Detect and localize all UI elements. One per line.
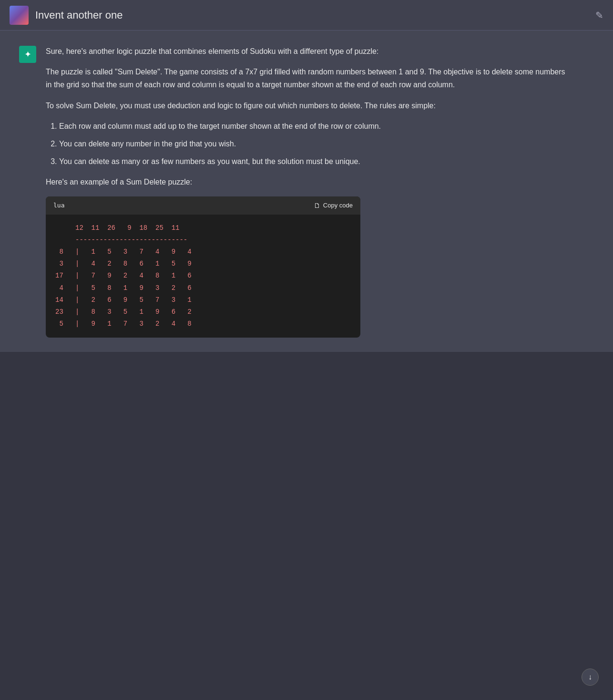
rule-item-2: You can delete any number in the grid th…: [59, 137, 570, 150]
code-lang-label: lua: [53, 200, 64, 211]
code-block-wrapper: lua 🗋 Copy code 12 11 26 9 18 25 11 ----…: [46, 196, 360, 338]
example-intro-paragraph: Here's an example of a Sum Delete puzzle…: [46, 175, 570, 188]
message-block: ✦ Sure, here's another logic puzzle that…: [0, 31, 613, 352]
header-left: Invent another one: [10, 6, 123, 25]
message-body: Sure, here's another logic puzzle that c…: [46, 45, 570, 338]
rule-item-3: You can delete as many or as few numbers…: [59, 155, 570, 168]
openai-icon: ✦: [24, 49, 31, 60]
main-content: ✦ Sure, here's another logic puzzle that…: [0, 31, 613, 352]
grid-table: 12 11 26 9 18 25 11 --------------------…: [55, 222, 351, 330]
header: Invent another one ✎: [0, 0, 613, 31]
intro-paragraph: Sure, here's another logic puzzle that c…: [46, 45, 570, 58]
rule-item-1: Each row and column must add up to the t…: [59, 120, 570, 133]
copy-code-button[interactable]: 🗋 Copy code: [314, 202, 353, 209]
copy-label-text: Copy code: [323, 202, 353, 209]
avatar: [10, 6, 29, 25]
message-text: Sure, here's another logic puzzle that c…: [46, 45, 570, 338]
copy-icon: 🗋: [314, 202, 320, 209]
edit-icon[interactable]: ✎: [595, 10, 603, 21]
code-block-header: lua 🗋 Copy code: [46, 196, 360, 215]
rules-list: Each row and column must add up to the t…: [59, 120, 570, 168]
code-block-content: 12 11 26 9 18 25 11 --------------------…: [46, 215, 360, 338]
scroll-down-icon: ↓: [588, 673, 592, 681]
scroll-to-bottom-button[interactable]: ↓: [582, 669, 599, 686]
page-title: Invent another one: [35, 9, 123, 21]
rules-intro-paragraph: To solve Sum Delete, you must use deduct…: [46, 99, 570, 112]
description-paragraph: The puzzle is called "Sum Delete". The g…: [46, 65, 570, 91]
bot-avatar: ✦: [19, 46, 36, 63]
avatar-image: [10, 6, 29, 25]
